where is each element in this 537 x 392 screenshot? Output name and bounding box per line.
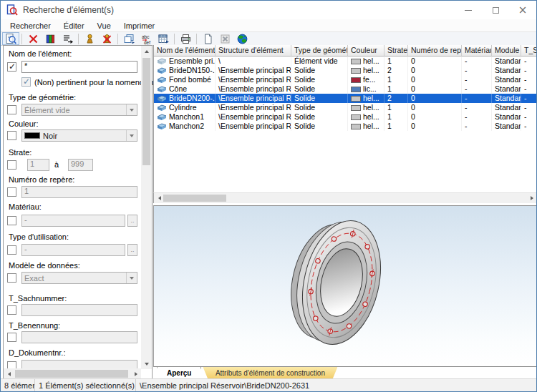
copy-windows-button[interactable]: [120, 32, 137, 45]
colors-button[interactable]: [42, 32, 59, 45]
name-checkbox[interactable]: [7, 62, 16, 72]
menu-vue[interactable]: Vue: [91, 19, 117, 31]
column-header[interactable]: Module: [492, 45, 521, 57]
nomenclature-checkbox[interactable]: [21, 77, 31, 87]
cell-structure: \Ensemble principal Rés...: [216, 122, 291, 131]
column-header[interactable]: Matériau: [462, 45, 492, 57]
benennung-label: T_Benennung:: [9, 321, 60, 330]
repere-input[interactable]: 1: [21, 186, 137, 198]
utilisation-input[interactable]: -: [21, 244, 125, 256]
scrollbar-thumb[interactable]: [15, 370, 128, 378]
print-icon: [180, 33, 192, 45]
strate-from-input[interactable]: 1: [27, 159, 49, 171]
tab-apercu[interactable]: Aperçu: [157, 367, 201, 379]
list-export-button[interactable]: [59, 32, 76, 45]
materiau-browse-button[interactable]: ..: [127, 215, 137, 227]
scrollbar-thumb[interactable]: [142, 58, 150, 165]
column-header[interactable]: Couleur: [348, 45, 384, 57]
name-input[interactable]: *: [21, 61, 137, 73]
color-swatch: [351, 68, 361, 74]
preview-pane[interactable]: [153, 205, 537, 367]
color-swatch: [351, 77, 361, 83]
utilisation-browse-button[interactable]: ..: [127, 244, 137, 256]
table-row[interactable]: Ensemble pri...\Élément videhel...10-Sta…: [154, 57, 537, 66]
color-select[interactable]: Noir: [21, 129, 137, 142]
table-row[interactable]: Cône\Ensemble principal Rés...Solidelic.…: [154, 84, 537, 94]
print-button[interactable]: [177, 32, 194, 45]
table-row[interactable]: Manchon1\Ensemble principal Rés...Solide…: [154, 112, 537, 122]
table-row[interactable]: Manchon2\Ensemble principal Rés...Solide…: [154, 122, 537, 131]
color-swatch: [351, 124, 361, 129]
panel-vertical-scrollbar[interactable]: [141, 46, 152, 369]
table-row[interactable]: BrideDN200-...\Ensemble principal Rés...…: [154, 94, 537, 103]
element-name: BrideDN200-...: [169, 94, 216, 103]
menu-imprimer[interactable]: Imprimer: [117, 19, 161, 31]
scroll-right-button[interactable]: [130, 368, 141, 379]
new-document-button[interactable]: [199, 32, 216, 45]
scroll-left-button[interactable]: [4, 368, 14, 379]
benennung-input[interactable]: [21, 331, 137, 343]
table-export-button[interactable]: [155, 32, 172, 45]
color-swatch: [351, 96, 361, 102]
geometry-select[interactable]: Élément vide: [21, 104, 137, 116]
column-header[interactable]: T_Sac: [521, 45, 537, 57]
menu-rechercher[interactable]: Rechercher: [4, 19, 57, 31]
menu-editer[interactable]: Éditer: [57, 19, 91, 31]
table-horizontal-scrollbar[interactable]: [153, 192, 537, 203]
user-delete-button[interactable]: [98, 32, 115, 45]
user-button[interactable]: [81, 32, 98, 45]
repere-checkbox[interactable]: [7, 187, 16, 197]
geometry-checkbox[interactable]: [7, 105, 16, 114]
column-header[interactable]: Structure d'élément: [216, 45, 291, 57]
color-checkbox[interactable]: [7, 131, 16, 140]
utilisation-label: Type d'utilisation:: [9, 232, 69, 241]
element-name: Cône: [169, 84, 187, 94]
cell-repere: 0: [408, 103, 462, 112]
delete-button[interactable]: [24, 32, 42, 45]
toolbar-separator: [174, 34, 175, 44]
cell-type: Élément vide: [291, 57, 348, 66]
modele-checkbox[interactable]: [7, 273, 16, 283]
scrollbar-thumb[interactable]: [163, 195, 226, 202]
solid-icon: [157, 123, 167, 130]
utilisation-checkbox[interactable]: [7, 245, 16, 255]
sachnummer-input[interactable]: [21, 304, 137, 316]
strate-to-input[interactable]: 999: [68, 159, 93, 171]
sachnummer-checkbox[interactable]: [7, 305, 16, 315]
cell-type: Solide: [291, 103, 348, 112]
element-name: Manchon1: [169, 112, 204, 122]
modele-label: Modèle de données:: [9, 261, 80, 270]
strate-checkbox[interactable]: [7, 160, 16, 170]
table-row[interactable]: BrideDN150-...\Ensemble principal Rés...…: [154, 66, 537, 75]
cell-type: Solide: [291, 112, 348, 122]
solid-icon: [157, 77, 167, 84]
tab-attributs[interactable]: Attributs d'élément de construction: [203, 367, 337, 379]
strate-to-word: à: [54, 160, 59, 169]
cell-structure: \Ensemble principal Rés...: [216, 84, 291, 94]
delete-icon: [27, 33, 39, 45]
close-button[interactable]: ×: [509, 1, 536, 19]
minimize-button[interactable]: [455, 1, 482, 19]
rename-button[interactable]: abc def: [137, 32, 155, 45]
benennung-checkbox[interactable]: [7, 333, 16, 342]
scroll-right-button[interactable]: [526, 193, 537, 204]
modele-select[interactable]: Exact: [21, 272, 137, 284]
table-row[interactable]: Fond bombé\Ensemble principal Rés...Soli…: [154, 75, 537, 84]
materiau-input[interactable]: -: [21, 215, 125, 227]
column-header[interactable]: Nom de l'élément: [154, 45, 216, 57]
column-header[interactable]: Numéro de repère: [408, 45, 462, 57]
scroll-down-button[interactable]: [141, 358, 152, 369]
table-row[interactable]: Cylindre\Ensemble principal Rés...Solide…: [154, 103, 537, 112]
rename-abc-def-icon: abc def: [140, 33, 153, 45]
globe-button[interactable]: [233, 32, 251, 45]
column-header[interactable]: Strate: [384, 45, 408, 57]
cell-module: Standard: [492, 94, 521, 103]
column-header[interactable]: Type de géométrie: [291, 45, 348, 57]
scroll-up-button[interactable]: [141, 46, 152, 57]
user-icon: [84, 33, 96, 45]
panel-horizontal-scrollbar[interactable]: [4, 368, 141, 379]
materiau-checkbox[interactable]: [7, 216, 16, 225]
cell-structure: \Ensemble principal Rés...: [216, 112, 291, 122]
search-button[interactable]: [2, 32, 19, 45]
maximize-button[interactable]: [482, 1, 509, 19]
